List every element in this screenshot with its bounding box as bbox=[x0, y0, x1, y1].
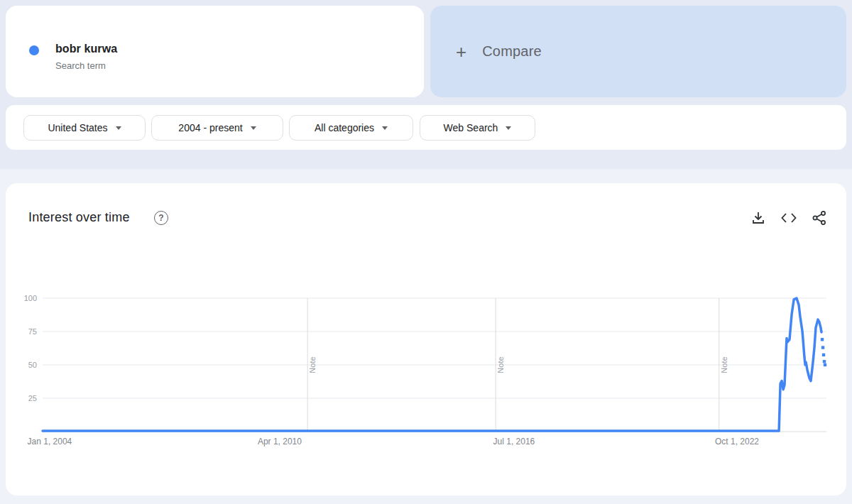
svg-text:Oct 1, 2022: Oct 1, 2022 bbox=[715, 437, 759, 447]
compare-card[interactable]: + Compare bbox=[430, 6, 846, 97]
filter-search-type-dropdown[interactable]: Web Search bbox=[420, 115, 535, 141]
note-label: Note bbox=[496, 356, 505, 373]
svg-text:Jan 1, 2004: Jan 1, 2004 bbox=[28, 437, 72, 447]
interest-chart[interactable]: 255075100NoteNoteNoteJan 1, 2004Apr 1, 2… bbox=[6, 183, 846, 495]
filter-time-range-dropdown[interactable]: 2004 - present bbox=[151, 115, 283, 141]
svg-text:100: 100 bbox=[24, 294, 37, 302]
interest-over-time-card: Interest over time ? 25507 bbox=[6, 183, 846, 495]
chevron-down-icon bbox=[382, 126, 388, 130]
filter-bar: United States 2004 - present All categor… bbox=[6, 105, 846, 150]
forecast-dots bbox=[821, 338, 826, 366]
filter-region-label: United States bbox=[48, 122, 107, 133]
x-tick-labels: Jan 1, 2004Apr 1, 2010Jul 1, 2016Oct 1, … bbox=[28, 437, 760, 447]
note-label: Note bbox=[720, 356, 728, 373]
term-color-dot bbox=[29, 45, 39, 55]
chevron-down-icon bbox=[251, 126, 256, 130]
filter-region-dropdown[interactable]: United States bbox=[23, 115, 146, 141]
chevron-down-icon bbox=[506, 126, 511, 130]
filter-search-type-label: Web Search bbox=[444, 122, 498, 133]
search-term-subtitle: Search term bbox=[55, 60, 106, 71]
chevron-down-icon bbox=[116, 126, 121, 130]
filter-time-range-label: 2004 - present bbox=[178, 122, 242, 133]
filter-category-dropdown[interactable]: All categories bbox=[289, 115, 413, 141]
search-term-title: bobr kurwa bbox=[55, 43, 117, 55]
plus-icon: + bbox=[456, 43, 466, 61]
filter-category-label: All categories bbox=[315, 122, 374, 133]
svg-text:Jul 1, 2016: Jul 1, 2016 bbox=[493, 437, 535, 447]
svg-text:75: 75 bbox=[28, 327, 37, 336]
y-gridlines bbox=[43, 298, 826, 432]
search-term-card: bobr kurwa Search term bbox=[6, 6, 424, 97]
y-tick-labels: 255075100 bbox=[24, 294, 37, 402]
note-label: Note bbox=[308, 356, 317, 373]
svg-text:Apr 1, 2010: Apr 1, 2010 bbox=[258, 437, 302, 447]
svg-text:50: 50 bbox=[28, 361, 37, 369]
compare-label: Compare bbox=[482, 43, 542, 60]
svg-text:25: 25 bbox=[28, 394, 37, 402]
